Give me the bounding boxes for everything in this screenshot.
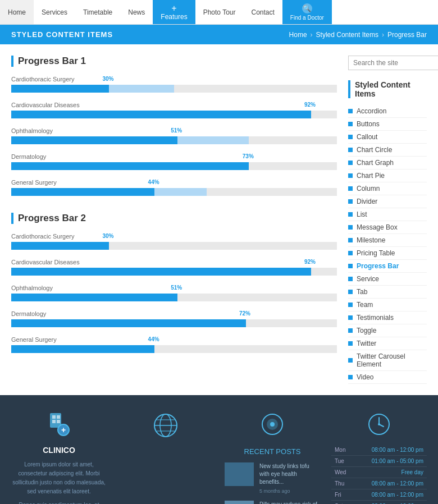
schedule-row-mon: Mon 08:00 am - 12:00 pm [331,445,427,456]
post-thumbnail-1 [225,501,254,504]
footer-para-1: Lorem ipsum dolor sit amet, consectetur … [11,460,107,496]
post-title-0[interactable]: New study links tofu with eye health ben… [259,462,320,486]
sidebar-item-toggle[interactable]: Toggle [348,324,427,337]
breadcrumb: Home › Styled Content Items › Progress B… [289,31,427,39]
footer-schedule-col: Mon 08:00 am - 12:00 pm Tue 01:00 am - 0… [331,412,427,504]
sidebar-item-tab[interactable]: Tab [348,286,427,299]
bullet-icon [348,135,353,139]
sidebar-item-chart-circle[interactable]: Chart Circle [348,144,427,157]
sidebar-item-service[interactable]: Service [348,273,427,286]
footer-clinico-col: + CLINICO Lorem ipsum dolor sit amet, co… [11,412,107,504]
svg-rect-1 [52,415,56,419]
sidebar-item-video[interactable]: Video [348,371,427,384]
schedule-hours-5: 08:00 am - 10:00 am [354,501,427,505]
footer-brand: CLINICO [11,446,107,455]
schedule-day-5: Sat [331,501,354,505]
nav-services[interactable]: Services [34,0,75,24]
sidebar-item-twitter[interactable]: Twitter [348,337,427,350]
pb1-row-4: General Surgery 44% [11,179,337,196]
pb2-row-0: Cardiothoracic Surgery 30% [11,233,337,250]
post-title-1[interactable]: Pills may reduce risk of heart disease [259,501,320,504]
svg-rect-2 [57,415,60,419]
sidebar-item-list[interactable]: List [348,208,427,221]
sidebar-item-twitter-carousel[interactable]: Twitter Carousel Element [348,350,427,371]
schedule-day-4: Fri [331,489,354,501]
schedule-hours-1: 01:00 am - 05:00 pm [354,456,427,467]
schedule-day-1: Tue [331,456,354,467]
bullet-icon [348,148,353,152]
footer-para-2: Donec quis condimentum leo, at congue do… [11,501,107,504]
bullet-icon [348,199,353,204]
sidebar-item-divider[interactable]: Divider [348,195,427,208]
sidebar-item-message-box[interactable]: Message Box [348,221,427,234]
bullet-icon [348,225,353,230]
bullet-icon [348,212,353,217]
bullet-icon [348,238,353,242]
search-icon: 🔍 [302,3,312,13]
nav-find-doctor[interactable]: 🔍 Find a Doctor [282,0,332,24]
schedule-hours-4: 08:00 am - 12:00 pm [354,489,427,501]
progress-bar-2-section: Progress Bar 2 Cardiothoracic Surgery 30… [11,213,337,353]
bullet-icon [348,290,353,294]
globe-icon [118,412,213,444]
right-column: GO Styled Content Items Accordion Button… [348,56,427,384]
posts-icon [225,412,320,442]
sidebar-item-buttons[interactable]: Buttons [348,118,427,131]
progress-bar-1-title: Progress Bar 1 [11,56,337,67]
post-thumbnail-0 [225,462,254,486]
nav-home[interactable]: Home [0,0,34,24]
sidebar-item-accordion[interactable]: Accordion [348,105,427,118]
search-input[interactable] [348,56,438,70]
pb1-row-3: Dermatology 73% [11,153,337,170]
sidebar-menu: Accordion Buttons Callout Chart Circle C… [348,105,427,384]
schedule-day-0: Mon [331,445,354,456]
nav-news[interactable]: News [120,0,153,24]
bullet-icon [348,173,353,178]
sidebar-item-chart-graph[interactable]: Chart Graph [348,157,427,169]
footer: + CLINICO Lorem ipsum dolor sit amet, co… [0,395,438,504]
bullet-icon [348,315,353,320]
svg-rect-3 [52,420,56,423]
pb1-row-1: Cardiovascular Diseases 92% [11,102,337,118]
pb1-row-0: Cardiothoracic Surgery 30% [11,76,337,93]
bullet-icon [348,375,353,379]
breadcrumb-styled-items[interactable]: Styled Content Items [316,31,378,39]
svg-text:+: + [61,425,66,434]
bullet-icon [348,328,353,333]
breadcrumb-bar: STYLED CONTENT ITEMS Home › Styled Conte… [0,25,438,44]
sidebar-item-pricing-table[interactable]: Pricing Table [348,247,427,260]
schedule-hours-0: 08:00 am - 12:00 pm [354,445,427,456]
nav-timetable[interactable]: Timetable [75,0,120,24]
schedule-row-fri: Fri 08:00 am - 12:00 pm [331,489,427,501]
nav-contact[interactable]: Contact [243,0,282,24]
sidebar-item-chart-pie[interactable]: Chart Pie [348,169,427,182]
breadcrumb-home[interactable]: Home [289,31,307,39]
clinico-logo-icon: + [11,412,107,441]
footer-posts-col: RECENT POSTS New study links tofu with e… [225,412,320,504]
sidebar-item-progress-bar[interactable]: Progress Bar [348,260,427,273]
page-title: STYLED CONTENT ITEMS [11,30,113,39]
sidebar-item-callout[interactable]: Callout [348,131,427,144]
schedule-table: Mon 08:00 am - 12:00 pm Tue 01:00 am - 0… [331,445,427,504]
nav-photo-tour[interactable]: Photo Tour [195,0,244,24]
schedule-row-thu: Thu 08:00 am - 12:00 pm [331,478,427,489]
clock-icon [331,412,427,441]
post-item-1: Pills may reduce risk of heart disease 6… [225,501,320,504]
bullet-icon [348,358,353,363]
left-column: Progress Bar 1 Cardiothoracic Surgery 30… [11,56,337,384]
bullet-icon [348,277,353,281]
sidebar-item-testimonials[interactable]: Testimonials [348,311,427,324]
nav-features[interactable]: + Features [153,0,195,24]
main-content: Progress Bar 1 Cardiothoracic Surgery 30… [0,44,438,395]
plus-icon: + [171,4,176,13]
bullet-icon [348,251,353,255]
sidebar-item-team[interactable]: Team [348,299,427,311]
recent-posts-title: RECENT POSTS [225,447,320,456]
sidebar-item-milestone[interactable]: Milestone [348,234,427,247]
sidebar-item-column[interactable]: Column [348,182,427,195]
progress-bar-1-section: Progress Bar 1 Cardiothoracic Surgery 30… [11,56,337,196]
schedule-row-sat: Sat 08:00 am - 10:00 am [331,501,427,505]
bullet-icon [348,186,353,191]
schedule-row-wed: Wed Free day [331,467,427,478]
post-item-0: New study links tofu with eye health ben… [225,462,320,494]
